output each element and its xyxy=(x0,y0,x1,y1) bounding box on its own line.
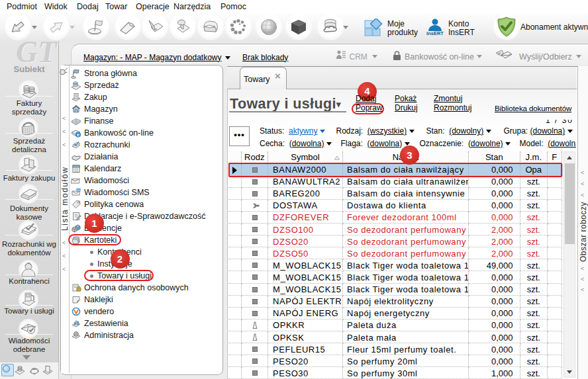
svg-text:InsERT: InsERT xyxy=(426,30,444,36)
